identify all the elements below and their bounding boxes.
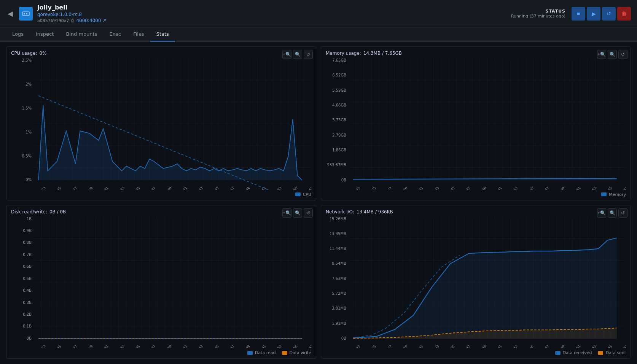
status-info: STATUS Running (37 minutes ago) — [511, 9, 565, 19]
memory-chart-body: 17:23 17:25 17:27 17:29 17:31 17:33 17:3… — [349, 58, 626, 190]
disk-zoom-out[interactable]: 🔍 — [293, 208, 302, 218]
disk-reset[interactable]: ↺ — [304, 208, 313, 218]
container-image-link[interactable]: gorevoke:1.0.0-rc.8 — [37, 12, 107, 17]
memory-title-value: 14.3MB / 7.65GB — [363, 51, 402, 56]
network-svg — [349, 217, 626, 348]
cpu-legend: CPU — [11, 191, 311, 197]
tab-exec[interactable]: Exec — [103, 27, 127, 41]
network-sent-label: Data sent — [605, 350, 626, 355]
nav-tabs: Logs Inspect Bind mounts Exec Files Stat… — [0, 27, 637, 42]
disk-read-label: Data read — [255, 350, 276, 355]
disk-chart-body: 17:23 17:25 17:27 17:29 17:31 17:33 17:3… — [34, 217, 311, 348]
cpu-title-label: CPU usage: — [11, 51, 37, 56]
memory-zoom-out[interactable]: 🔍 — [608, 50, 617, 59]
disk-legend: Data read Data write — [11, 350, 311, 355]
port-link[interactable]: 4000:4000 ↗ — [76, 18, 106, 23]
tab-logs[interactable]: Logs — [6, 27, 30, 41]
cpu-chart-body: 17:23 17:25 17:27 17:29 17:31 17:33 17:3… — [34, 58, 311, 190]
network-title-label: Network I/O: — [326, 209, 354, 215]
cpu-chart-area: 2.5% 2% 1.5% 1% 0.5% 0% — [11, 58, 311, 190]
memory-legend-dot — [601, 192, 607, 196]
header: ◀ jolly_bell gorevoke:1.0.0-rc.8 a085769… — [0, 0, 637, 27]
network-chart-controls: +🔍 🔍 ↺ — [597, 208, 627, 218]
container-name: jolly_bell — [37, 4, 107, 11]
play-button[interactable]: ▶ — [587, 7, 600, 21]
disk-title-value: 0B / 0B — [49, 209, 66, 215]
memory-legend-label: Memory — [609, 192, 626, 197]
network-title-value: 13.4MB / 936KB — [357, 209, 393, 215]
action-buttons: ■ ▶ ↺ 🗑 — [572, 7, 631, 21]
network-y-axis: 15.26MB 13.35MB 11.44MB 9.54MB 7.63MB 5.… — [326, 217, 349, 348]
copy-id-icon[interactable]: ⎙ — [71, 18, 74, 23]
main-content: CPU usage: 0% +🔍 🔍 ↺ 2.5% 2% 1.5% 1% 0.5… — [0, 42, 637, 363]
network-chart-area: 15.26MB 13.35MB 11.44MB 9.54MB 7.63MB 5.… — [326, 217, 626, 348]
network-reset[interactable]: ↺ — [618, 208, 627, 218]
network-legend-sent: Data sent — [598, 350, 626, 355]
memory-zoom-in[interactable]: +🔍 — [597, 50, 606, 59]
disk-write-dot — [282, 351, 287, 355]
external-link-icon: ↗ — [103, 18, 107, 23]
restart-button[interactable]: ↺ — [602, 7, 616, 21]
stop-button[interactable]: ■ — [572, 7, 585, 21]
disk-chart-title: Disk read/write: 0B / 0B — [11, 209, 311, 215]
cpu-chart-title: CPU usage: 0% — [11, 51, 311, 56]
disk-legend-read: Data read — [247, 350, 276, 355]
status-section: STATUS Running (37 minutes ago) ■ ▶ ↺ 🗑 — [511, 7, 631, 21]
container-id: a085769190a7 — [37, 18, 69, 23]
memory-x-axis: 17:23 17:25 17:27 17:29 17:31 17:33 17:3… — [349, 182, 626, 190]
disk-chart-area: 1B 0.9B 0.8B 0.7B 0.6B 0.5B 0.4B 0.3B 0.… — [11, 217, 311, 348]
cpu-svg — [34, 58, 311, 190]
cpu-legend-dot — [295, 192, 301, 196]
disk-legend-write: Data write — [282, 350, 311, 355]
disk-svg — [34, 217, 311, 348]
memory-legend-item: Memory — [601, 192, 626, 197]
tab-files[interactable]: Files — [127, 27, 150, 41]
memory-chart-area: 7.65GB 6.52GB 5.59GB 4.66GB 3.73GB 2.79G… — [326, 58, 626, 190]
cpu-reset[interactable]: ↺ — [304, 50, 313, 59]
memory-chart-panel: Memory usage: 14.3MB / 7.65GB +🔍 🔍 ↺ 7.6… — [321, 46, 631, 200]
svg-rect-2 — [26, 13, 27, 14]
network-legend-received: Data received — [555, 350, 592, 355]
memory-chart-title: Memory usage: 14.3MB / 7.65GB — [326, 51, 626, 56]
svg-rect-1 — [24, 13, 25, 14]
network-chart-panel: Network I/O: 13.4MB / 936KB +🔍 🔍 ↺ 15.26… — [321, 205, 631, 359]
network-zoom-out[interactable]: 🔍 — [608, 208, 617, 218]
container-icon — [19, 7, 33, 21]
cpu-legend-label: CPU — [303, 192, 311, 197]
cpu-title-value: 0% — [39, 51, 46, 56]
network-sent-dot — [598, 351, 603, 355]
disk-read-dot — [247, 351, 253, 355]
network-received-label: Data received — [563, 350, 592, 355]
svg-rect-5 — [349, 58, 626, 180]
memory-reset[interactable]: ↺ — [618, 50, 627, 59]
network-legend: Data received Data sent — [326, 350, 626, 355]
disk-x-axis: 17:23 17:25 17:27 17:29 17:31 17:33 17:3… — [34, 340, 311, 348]
tab-bind-mounts[interactable]: Bind mounts — [60, 27, 103, 41]
status-value: Running (37 minutes ago) — [511, 14, 565, 19]
memory-title-label: Memory usage: — [326, 51, 361, 56]
disk-zoom-in[interactable]: +🔍 — [282, 208, 291, 218]
memory-chart-controls: +🔍 🔍 ↺ — [597, 50, 627, 59]
back-button[interactable]: ◀ — [6, 8, 14, 19]
tab-stats[interactable]: Stats — [150, 27, 175, 41]
memory-svg — [349, 58, 626, 190]
cpu-zoom-in[interactable]: +🔍 — [282, 50, 291, 59]
network-chart-body: 17:23 17:25 17:27 17:29 17:31 17:33 17:3… — [349, 217, 626, 348]
disk-y-axis: 1B 0.9B 0.8B 0.7B 0.6B 0.5B 0.4B 0.3B 0.… — [11, 217, 34, 348]
svg-rect-7 — [34, 217, 311, 339]
tab-inspect[interactable]: Inspect — [30, 27, 60, 41]
cpu-x-axis: 17:23 17:25 17:27 17:29 17:31 17:33 17:3… — [34, 182, 311, 190]
container-id-row: a085769190a7 ⎙ 4000:4000 ↗ — [37, 18, 107, 23]
cpu-zoom-out[interactable]: 🔍 — [293, 50, 302, 59]
network-zoom-in[interactable]: +🔍 — [597, 208, 606, 218]
memory-legend: Memory — [326, 191, 626, 197]
disk-chart-panel: Disk read/write: 0B / 0B +🔍 🔍 ↺ 1B 0.9B … — [6, 205, 316, 359]
container-info: jolly_bell gorevoke:1.0.0-rc.8 a08576919… — [37, 4, 107, 23]
disk-write-label: Data write — [290, 350, 311, 355]
network-x-axis: 17:23 17:25 17:27 17:29 17:31 17:33 17:3… — [349, 340, 626, 348]
cpu-chart-panel: CPU usage: 0% +🔍 🔍 ↺ 2.5% 2% 1.5% 1% 0.5… — [6, 46, 316, 200]
cpu-legend-item: CPU — [295, 192, 311, 197]
delete-button[interactable]: 🗑 — [617, 7, 631, 21]
status-label: STATUS — [511, 9, 565, 14]
memory-y-axis: 7.65GB 6.52GB 5.59GB 4.66GB 3.73GB 2.79G… — [326, 58, 349, 190]
